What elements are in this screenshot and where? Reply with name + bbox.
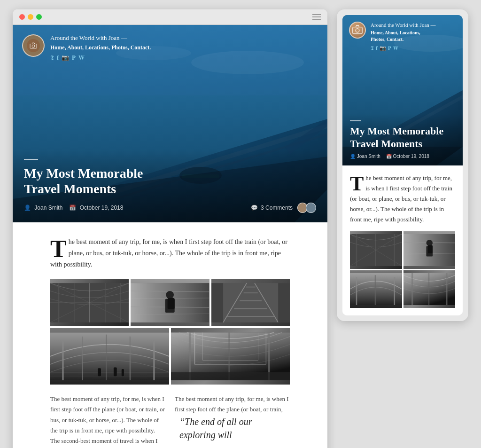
article-lower: The best moment of any trip, for me, is …: [50, 394, 290, 448]
commenter-avatar-2: [306, 203, 316, 213]
svg-point-9: [36, 45, 36, 45]
photo-4: [50, 328, 169, 385]
mobile-facebook-icon[interactable]: 𝐟: [376, 45, 378, 51]
svg-rect-67: [394, 234, 396, 266]
comment-avatars: [297, 203, 316, 213]
site-info: Around the World with Joan — Home, About…: [50, 34, 151, 62]
mobile-photo-grid: [350, 231, 455, 308]
browser-content: Around the World with Joan — Home, About…: [13, 25, 327, 448]
mobile-site-nav[interactable]: Home, About, Locations,Photos, Contact.: [371, 30, 436, 43]
photo-3: [211, 279, 290, 326]
mobile-content: Around the World with Joan — Home, About…: [342, 15, 463, 315]
comment-icon: 💬: [251, 204, 258, 211]
mobile-hall-photo: [350, 270, 402, 308]
svg-rect-36: [211, 283, 223, 323]
post-meta-right: 💬 3 Comments: [251, 203, 316, 213]
fullscreen-dot[interactable]: [36, 14, 42, 20]
camera-icon: [27, 39, 40, 52]
mobile-pinterest-icon[interactable]: 𝐏: [388, 45, 391, 51]
svg-point-1: [191, 51, 304, 74]
site-title: Around the World with Joan —: [50, 34, 151, 42]
twitter-icon[interactable]: 𝕿: [50, 54, 54, 62]
date-meta: 📅 October 19, 2018: [69, 204, 123, 211]
mobile-calendar-icon: 📅: [386, 154, 393, 159]
svg-rect-49: [122, 369, 124, 376]
svg-rect-48: [114, 368, 117, 377]
mobile-grand-hall-photo: [403, 270, 456, 308]
calendar-icon: 📅: [69, 204, 76, 211]
close-dot[interactable]: [19, 14, 25, 20]
large-station-photo: [50, 328, 169, 385]
svg-rect-39: [50, 333, 169, 380]
mobile-site-info: Around the World with Joan — Home, About…: [371, 22, 436, 51]
pull-quote: “The end of all our exploring will: [175, 415, 290, 441]
mobile-drop-cap-letter: T: [350, 175, 364, 192]
svg-rect-79: [411, 273, 413, 305]
article-body-1: The best moment of any trip, for me, is …: [50, 394, 165, 448]
photo-grid-bottom: [50, 328, 290, 385]
svg-rect-42: [106, 335, 107, 380]
svg-rect-81: [446, 273, 447, 305]
browser-traffic-lights: [19, 14, 42, 20]
mobile-article: T he best moment of any trip, for me, is…: [342, 165, 463, 315]
article-body-2: The best moment of any trip, for me, is …: [175, 394, 290, 415]
mobile-divider: [350, 120, 361, 121]
mobile-photo-2: [403, 231, 456, 269]
svg-rect-55: [171, 372, 290, 380]
mobile-browser-window: Around the World with Joan — Home, About…: [337, 9, 468, 321]
svg-rect-43: [130, 337, 131, 380]
svg-rect-77: [394, 277, 396, 306]
desktop-browser-window: Around the World with Joan — Home, About…: [13, 9, 327, 448]
svg-rect-18: [120, 283, 121, 323]
mobile-photo-4: [403, 270, 456, 308]
mobile-person-photo: [403, 231, 456, 269]
photo-2: [131, 279, 209, 326]
browser-chrome: [13, 9, 327, 25]
mobile-post-meta: 👤 Joan Smith 📅 October 19, 2018: [350, 154, 455, 159]
mobile-wordpress-icon[interactable]: 𝐖: [393, 45, 398, 51]
svg-rect-27: [168, 298, 175, 309]
svg-rect-37: [278, 283, 290, 323]
train-station-photo-1: [50, 279, 129, 326]
mobile-photo-1: [350, 231, 402, 269]
mobile-instagram-icon[interactable]: 📷: [380, 45, 386, 51]
post-title: My Most Memorable Travel Moments: [24, 165, 316, 197]
svg-rect-40: [62, 341, 63, 380]
author-meta: 👤 Joan Smith: [24, 204, 62, 211]
svg-rect-80: [428, 273, 429, 305]
mobile-intro-paragraph: T he best moment of any trip, for me, is…: [350, 173, 455, 225]
mobile-avatar: [349, 22, 366, 39]
facebook-icon[interactable]: 𝐟: [57, 54, 59, 62]
wordpress-icon[interactable]: 𝐖: [78, 54, 85, 62]
hero-divider: [24, 159, 38, 160]
mobile-twitter-icon[interactable]: 𝕿: [371, 45, 374, 51]
social-icons: 𝕿 𝐟 📷 𝐏 𝐖: [50, 54, 151, 62]
svg-rect-73: [427, 245, 432, 253]
svg-rect-75: [356, 277, 357, 306]
svg-rect-66: [356, 234, 357, 266]
svg-rect-44: [153, 341, 155, 380]
mobile-station-photo-1: [350, 231, 402, 269]
mobile-hero-section: Around the World with Joan — Home, About…: [342, 15, 463, 165]
mobile-photo-3: [350, 270, 402, 308]
post-meta-left: 👤 Joan Smith 📅 October 19, 2018: [24, 204, 123, 211]
pinterest-icon[interactable]: 𝐏: [72, 54, 76, 62]
article-content: T he best moment of any trip, for me, is…: [13, 222, 327, 448]
article-body-right: The best moment of any trip, for me, is …: [175, 394, 290, 448]
mobile-social-icons: 𝕿 𝐟 📷 𝐏 𝐖: [371, 45, 436, 51]
svg-rect-16: [74, 283, 75, 323]
train-tracks-photo: [211, 279, 290, 326]
browser-menu-icon[interactable]: [312, 14, 321, 20]
site-nav[interactable]: Home, About, Locations, Photos, Contact.: [50, 44, 151, 51]
mobile-post-title: My Most Memorable Travel Moments: [350, 125, 455, 150]
post-meta: 👤 Joan Smith 📅 October 19, 2018 💬 3 Comm…: [24, 203, 316, 213]
instagram-icon[interactable]: 📷: [62, 54, 69, 62]
photo-5: [171, 328, 290, 385]
minimize-dot[interactable]: [28, 14, 33, 20]
photo-1: [50, 279, 129, 326]
mobile-author-icon: 👤: [350, 154, 357, 159]
svg-rect-76: [375, 275, 376, 306]
hero-header: Around the World with Joan — Home, About…: [22, 34, 151, 62]
photo-grid-top: [50, 279, 290, 326]
hero-post-info: My Most Memorable Travel Moments 👤 Joan …: [13, 149, 327, 222]
